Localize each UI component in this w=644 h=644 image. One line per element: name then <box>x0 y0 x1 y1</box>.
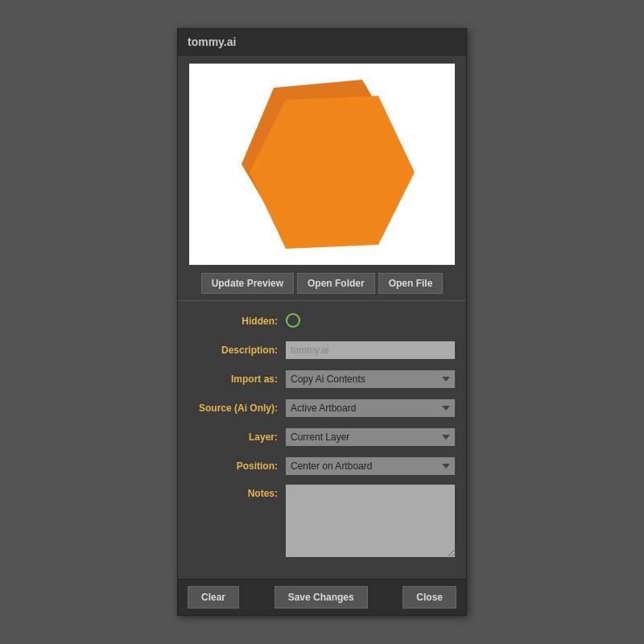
description-row: Description: <box>189 340 455 361</box>
description-input[interactable] <box>286 341 455 359</box>
layer-label: Layer: <box>189 431 286 443</box>
open-folder-button[interactable]: Open Folder <box>297 273 375 294</box>
preview-button-row: Update Preview Open Folder Open File <box>189 273 455 294</box>
source-row: Source (Ai Only): Active Artboard All Ar… <box>189 398 455 419</box>
import-select-wrapper: Copy Ai Contents Place Linked Place Embe… <box>286 370 455 388</box>
description-label: Description: <box>189 345 286 356</box>
form-area: Hidden: Description: Import as: Copy Ai … <box>178 306 466 572</box>
clear-button[interactable]: Clear <box>188 586 239 609</box>
layer-select[interactable]: Current Layer New Layer Top Layer <box>286 428 455 446</box>
layer-select-wrapper: Current Layer New Layer Top Layer <box>286 428 455 446</box>
position-select[interactable]: Center on Artboard Top Left Top Right Bo… <box>286 457 455 475</box>
divider-1 <box>178 300 466 301</box>
title-bar: tommy.ai <box>178 29 466 56</box>
update-preview-button[interactable]: Update Preview <box>201 273 294 294</box>
preview-canvas <box>189 64 455 265</box>
source-select[interactable]: Active Artboard All Artboards Selection <box>286 399 455 417</box>
source-label: Source (Ai Only): <box>189 402 286 414</box>
notes-row: Notes: <box>189 485 455 559</box>
hidden-label: Hidden: <box>189 316 286 327</box>
hidden-circle-indicator[interactable] <box>286 313 300 328</box>
save-changes-button[interactable]: Save Changes <box>275 586 368 609</box>
layer-row: Layer: Current Layer New Layer Top Layer <box>189 427 455 448</box>
import-select[interactable]: Copy Ai Contents Place Linked Place Embe… <box>286 370 455 388</box>
notes-value <box>286 485 455 559</box>
hidden-row: Hidden: <box>189 311 455 332</box>
source-select-wrapper: Active Artboard All Artboards Selection <box>286 399 455 417</box>
import-row: Import as: Copy Ai Contents Place Linked… <box>189 369 455 390</box>
position-label: Position: <box>189 460 286 472</box>
notes-textarea[interactable] <box>286 485 455 557</box>
close-button[interactable]: Close <box>402 586 456 609</box>
window-title: tommy.ai <box>188 35 236 48</box>
position-select-wrapper: Center on Artboard Top Left Top Right Bo… <box>286 457 455 475</box>
position-row: Position: Center on Artboard Top Left To… <box>189 456 455 477</box>
hidden-value <box>286 313 455 330</box>
notes-label: Notes: <box>189 485 286 499</box>
open-file-button[interactable]: Open File <box>378 273 444 294</box>
footer: Clear Save Changes Close <box>178 579 466 615</box>
description-value <box>286 341 455 359</box>
import-label: Import as: <box>189 374 286 385</box>
main-panel: tommy.ai Update Preview Open Folder Open… <box>177 28 467 616</box>
preview-svg <box>189 64 455 265</box>
